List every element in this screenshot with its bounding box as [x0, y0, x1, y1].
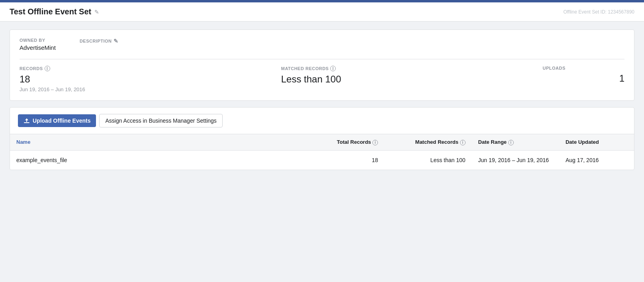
title-edit-icon[interactable]: ✎ [94, 9, 99, 15]
assign-access-button[interactable]: Assign Access in Business Manager Settin… [99, 114, 222, 127]
toolbar: Upload Offline Events Assign Access in B… [10, 108, 634, 134]
owned-by-label: OWNED BY [20, 38, 56, 43]
header-title: Test Offline Event Set ✎ [10, 7, 99, 16]
data-table: Name Total Records i Matched Records i D… [10, 134, 634, 170]
cell-date-range: Jun 19, 2016 – Jun 19, 2016 [472, 150, 559, 170]
records-info-icon: i [45, 66, 50, 71]
date-range-info-icon: i [508, 140, 514, 145]
total-records-info-icon: i [372, 140, 378, 145]
svg-rect-0 [24, 122, 29, 123]
th-date-updated: Date Updated [559, 134, 634, 150]
uploads-value: 1 [542, 73, 624, 84]
cell-matched-records: Less than 100 [384, 150, 472, 170]
table-card: Upload Offline Events Assign Access in B… [10, 107, 634, 170]
th-date-range: Date Range i [472, 134, 559, 150]
description-label: DESCRIPTION ✎ [80, 38, 118, 44]
th-name: Name [10, 134, 309, 150]
header-right-text: Offline Event Set ID: 1234567890 [563, 9, 634, 15]
cell-total-records: 18 [309, 150, 384, 170]
table-header-row: Name Total Records i Matched Records i D… [10, 134, 634, 150]
th-total-records: Total Records i [309, 134, 384, 150]
records-block: RECORDS i 18 Jun 19, 2016 – Jun 19, 2016 [20, 66, 281, 92]
description-block: DESCRIPTION ✎ [80, 38, 118, 51]
description-edit-icon[interactable]: ✎ [114, 38, 119, 44]
matched-value: Less than 100 [281, 74, 527, 85]
table-body: example_events_file18Less than 100Jun 19… [10, 150, 634, 170]
main-content: OWNED BY AdvertiseMint DESCRIPTION ✎ REC… [0, 22, 644, 178]
page-title: Test Offline Event Set [10, 7, 91, 16]
cell-name: example_events_file [10, 150, 309, 170]
cell-date-updated: Aug 17, 2016 [559, 150, 634, 170]
owned-by-value: AdvertiseMint [20, 44, 56, 51]
matched-records-info-icon: i [460, 140, 466, 145]
uploads-label: UPLOADS [542, 66, 624, 70]
th-matched-records: Matched Records i [384, 134, 472, 150]
records-date: Jun 19, 2016 – Jun 19, 2016 [20, 86, 265, 92]
page-wrapper: Test Offline Event Set ✎ Offline Event S… [0, 0, 644, 282]
uploads-block: UPLOADS 1 [542, 66, 624, 92]
owned-by-block: OWNED BY AdvertiseMint [20, 38, 56, 51]
stats-section: RECORDS i 18 Jun 19, 2016 – Jun 19, 2016… [20, 66, 624, 92]
meta-section: OWNED BY AdvertiseMint DESCRIPTION ✎ [20, 38, 624, 51]
header-bar: Test Offline Event Set ✎ Offline Event S… [0, 2, 644, 22]
matched-info-icon: i [330, 66, 336, 71]
divider [20, 59, 624, 59]
matched-label: MATCHED RECORDS i [281, 66, 527, 71]
info-card: OWNED BY AdvertiseMint DESCRIPTION ✎ REC… [10, 29, 634, 101]
table-row: example_events_file18Less than 100Jun 19… [10, 150, 634, 170]
matched-block: MATCHED RECORDS i Less than 100 [281, 66, 543, 92]
upload-offline-events-button[interactable]: Upload Offline Events [18, 114, 96, 127]
upload-icon [23, 118, 30, 124]
records-label: RECORDS i [20, 66, 265, 71]
records-value: 18 [20, 74, 265, 85]
